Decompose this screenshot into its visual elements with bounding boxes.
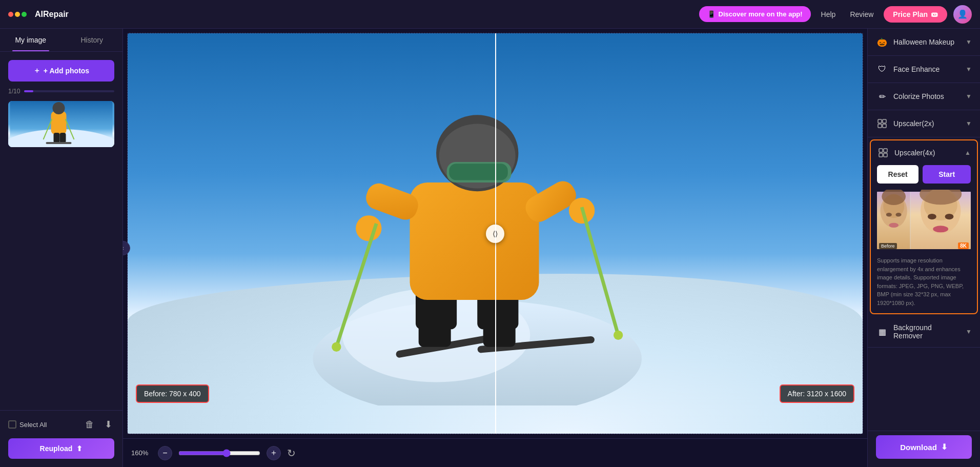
tool-colorize[interactable]: ✏ Colorize Photos ▼	[868, 83, 980, 110]
skier-canvas: ⟨⟩	[128, 33, 863, 434]
right-panel-scroll: 🎃 Halloween Makeup ▼ 🛡 Face Enhance ▼ ✏ …	[868, 29, 980, 431]
8k-badge: 8K	[958, 242, 969, 249]
after-label: After: 3120 x 1600	[780, 384, 854, 403]
progress-fill	[24, 90, 33, 92]
tool-face-enhance[interactable]: 🛡 Face Enhance ▼	[868, 56, 980, 83]
svg-rect-33	[883, 124, 886, 128]
avatar[interactable]: 👤	[953, 5, 972, 24]
svg-rect-17	[410, 182, 539, 300]
dot-red	[8, 12, 13, 17]
review-link[interactable]: Review	[846, 10, 877, 18]
upscaler4x-icon	[877, 147, 889, 159]
upscaler4x-content: Reset Start	[871, 165, 977, 313]
halloween-label: Halloween Makeup	[893, 38, 961, 46]
dot-green	[22, 12, 27, 17]
colorize-label: Colorize Photos	[893, 92, 961, 100]
divider-handle[interactable]: ⟨⟩	[486, 225, 504, 243]
upload-icon: ⬆	[76, 444, 83, 453]
face-enhance-label: Face Enhance	[893, 65, 961, 73]
thumbnail-item[interactable]	[8, 101, 114, 147]
download-icon: ⬇	[941, 442, 948, 452]
svg-point-3	[53, 102, 65, 114]
svg-point-44	[889, 223, 899, 228]
toolbar-bottom: 160% − ＋ ↻	[123, 438, 867, 467]
svg-rect-2	[51, 111, 67, 134]
tool-halloween-makeup[interactable]: 🎃 Halloween Makeup ▼	[868, 29, 980, 56]
reset-button[interactable]: Reset	[877, 165, 918, 184]
svg-rect-32	[878, 124, 882, 128]
download-button[interactable]: Download ⬇	[876, 435, 972, 459]
skier-thumbnail	[8, 101, 114, 147]
thumbnail-grid	[0, 101, 122, 410]
compare-container[interactable]: ⟨⟩ Before: 780 x 400 After: 3120 x 1600	[127, 33, 863, 434]
preview-image: Before 8K	[877, 190, 971, 251]
svg-point-42	[886, 213, 892, 216]
tabs-row: My image History	[0, 29, 122, 52]
tool-background-remover[interactable]: ▦ Background Remover ▼	[868, 316, 980, 348]
select-all-checkbox[interactable]: Select All	[8, 420, 47, 429]
tool-upscaler-2x[interactable]: Upscaler(2x) ▼	[868, 110, 980, 137]
zoom-in-button[interactable]: ＋	[267, 446, 281, 460]
svg-rect-36	[879, 153, 883, 157]
tab-my-image[interactable]: My image	[0, 29, 62, 51]
left-sidebar: My image History ＋ + Add photos 1/10	[0, 29, 123, 467]
progress-bar	[24, 90, 114, 92]
help-link[interactable]: Help	[817, 10, 840, 18]
dot-yellow	[15, 12, 20, 17]
reupload-button[interactable]: Reupload ⬆	[8, 438, 114, 459]
action-buttons: Reset Start	[877, 165, 971, 184]
thumbnail-svg	[8, 101, 114, 147]
export-button[interactable]: ⬇	[103, 417, 114, 432]
upscaler2x-icon	[876, 117, 888, 130]
app-name: AIRepair	[35, 10, 69, 19]
upscaler4x-header[interactable]: Upscaler(4x) ▲	[871, 140, 977, 165]
chevron-down-icon-2: ▼	[966, 66, 972, 73]
face-enhance-icon: 🛡	[876, 63, 888, 75]
start-button[interactable]: Start	[923, 165, 971, 184]
svg-point-51	[945, 214, 954, 219]
upscaler2x-label: Upscaler(2x)	[893, 119, 961, 128]
price-plan-label: Price Plan	[893, 10, 928, 18]
chevron-down-icon-5: ▼	[966, 328, 972, 335]
svg-rect-25	[450, 164, 508, 180]
zoom-slider[interactable]	[178, 449, 260, 457]
chevron-down-icon-3: ▼	[966, 93, 972, 100]
header: AIRepair 📱 Discover more on the app! Hel…	[0, 0, 980, 29]
svg-rect-4	[54, 133, 60, 143]
logo-dots	[8, 12, 27, 17]
checkbox-indicator	[8, 420, 16, 429]
plus-icon: ＋	[33, 66, 40, 75]
right-panel-footer: Download ⬇	[868, 431, 980, 467]
svg-rect-35	[884, 149, 887, 152]
discover-label: Discover more on the app!	[719, 10, 803, 18]
tab-history[interactable]: History	[62, 29, 123, 51]
before-badge: Before	[879, 243, 897, 249]
right-panel: 🎃 Halloween Makeup ▼ 🛡 Face Enhance ▼ ✏ …	[867, 29, 980, 467]
zoom-out-button[interactable]: −	[158, 446, 172, 460]
progress-text: 1/10	[8, 88, 20, 95]
main-layout: My image History ＋ + Add photos 1/10	[0, 29, 980, 467]
sidebar-footer: Select All 🗑 ⬇	[0, 410, 122, 438]
tool-description: Supports image resolution enlargement by…	[877, 256, 971, 307]
colorize-icon: ✏	[876, 90, 888, 103]
add-photos-button[interactable]: ＋ + Add photos	[8, 60, 114, 82]
halloween-icon: 🎃	[876, 36, 888, 48]
progress-row: 1/10	[0, 86, 122, 101]
svg-rect-6	[46, 142, 72, 144]
refresh-button[interactable]: ↻	[287, 447, 296, 459]
canvas-area: ‹	[123, 29, 867, 467]
chevron-down-icon: ▼	[966, 38, 972, 46]
before-label: Before: 780 x 400	[136, 384, 209, 403]
svg-rect-34	[879, 149, 883, 152]
price-plan-button[interactable]: Price Plan 🎟	[884, 6, 947, 23]
upscale-svg	[877, 119, 887, 128]
svg-point-29	[614, 331, 623, 340]
chevron-up-icon: ▲	[965, 149, 971, 156]
bg-remover-icon: ▦	[876, 326, 888, 338]
upscaler4x-label: Upscaler(4x)	[894, 149, 959, 157]
delete-button[interactable]: 🗑	[83, 417, 96, 432]
zoom-level: 160%	[131, 449, 152, 457]
svg-point-43	[895, 213, 901, 216]
discover-button[interactable]: 📱 Discover more on the app!	[699, 6, 811, 22]
chevron-down-icon-4: ▼	[966, 120, 972, 127]
